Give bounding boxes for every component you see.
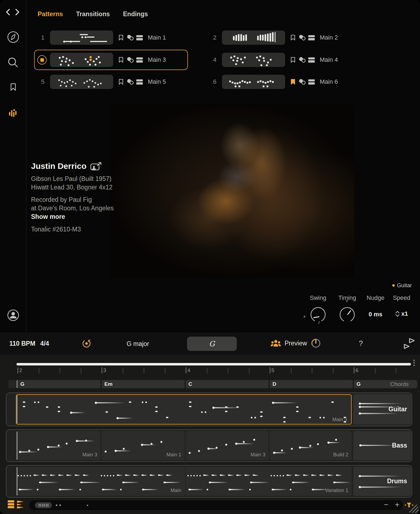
pattern-label[interactable]: Main 1 [148, 34, 166, 41]
tab-patterns[interactable]: Patterns [38, 10, 63, 18]
variants-icon[interactable] [127, 35, 134, 41]
chord-region[interactable]: G [18, 380, 101, 388]
variants-icon[interactable] [127, 57, 134, 63]
patterns-waveform-icon[interactable] [9, 108, 18, 119]
pattern-thumbnail[interactable] [222, 30, 285, 45]
pattern-thumbnail[interactable] [50, 75, 113, 89]
pattern-number: 2 [208, 34, 216, 41]
bookmark-filled-icon[interactable] [291, 79, 295, 85]
preview-label: Preview [285, 340, 307, 347]
playhead [17, 432, 17, 460]
pattern-number: 5 [36, 78, 44, 85]
back-icon[interactable] [5, 8, 12, 16]
kit-icon[interactable] [136, 57, 143, 63]
artist-gear-line1: Gibson Les Paul (Built 1957) [31, 175, 112, 183]
speed-stepper-icon [395, 311, 400, 317]
grip-dot-icon[interactable] [413, 365, 415, 366]
resize-grip-icon[interactable] [409, 504, 419, 513]
lane-arrows-icon[interactable] [17, 500, 24, 509]
kit-icon[interactable] [308, 57, 315, 63]
pattern-thumbnail[interactable] [50, 53, 113, 67]
kit-icon[interactable] [308, 79, 315, 85]
variants-icon[interactable] [299, 57, 306, 63]
bookmark-icon[interactable] [119, 57, 123, 63]
track-name-guitar: Guitar [354, 406, 407, 413]
bpm-display[interactable]: 110 BPM [9, 340, 35, 347]
variants-icon[interactable] [299, 79, 306, 85]
help-button[interactable]: ? [359, 339, 363, 348]
forward-icon[interactable] [14, 8, 20, 16]
kit-icon[interactable] [136, 35, 143, 40]
people-icon [270, 339, 281, 348]
tab-transitions[interactable]: Transitions [76, 10, 110, 18]
app-window: Patterns Transitions Endings 1 Main 1 2 … [0, 0, 420, 514]
bookmark-icon[interactable] [291, 57, 295, 63]
pattern-label[interactable]: Main 2 [320, 34, 338, 41]
plugin-window-icon[interactable] [403, 337, 416, 350]
minimap-viewport-marks [39, 504, 49, 507]
pattern-label[interactable]: Main 3 [148, 56, 166, 63]
grip-dot-icon[interactable] [413, 362, 415, 364]
minimap-dot [59, 504, 61, 506]
pattern-stop-button[interactable] [37, 55, 47, 65]
pattern-label[interactable]: Main 6 [320, 78, 338, 85]
swing-marker-icon [304, 315, 306, 318]
speed-control[interactable]: x1 [385, 310, 418, 317]
speed-value: x1 [401, 310, 408, 317]
pattern-thumbnail[interactable] [50, 30, 113, 45]
playhead [17, 467, 17, 495]
chord-region[interactable]: Em [102, 380, 185, 388]
key-display[interactable]: G major [127, 340, 149, 348]
bar-number: 5 [271, 367, 274, 373]
search-icon[interactable] [7, 57, 19, 69]
bookmarks-icon[interactable] [10, 83, 16, 91]
speed-label: Speed [385, 294, 418, 301]
bookmark-icon[interactable] [119, 79, 123, 85]
tab-endings[interactable]: Endings [123, 10, 148, 18]
pattern-number: 1 [36, 34, 44, 41]
chords-track-label: Chords [379, 381, 409, 387]
minimap-dot [56, 504, 57, 506]
artist-link-icon[interactable] [90, 162, 102, 171]
lane-list-icon[interactable] [8, 500, 15, 509]
bar-number: 3 [103, 367, 106, 373]
browse-compass-icon[interactable] [7, 31, 20, 43]
region-label: Main 1 [153, 452, 181, 458]
bookmark-icon[interactable] [119, 35, 123, 41]
artist-gear-line2: Hiwatt Lead 30, Bogner 4x12 [31, 183, 113, 192]
kit-icon[interactable] [136, 79, 143, 85]
pattern-label[interactable]: Main 4 [320, 56, 338, 63]
account-icon[interactable] [7, 309, 20, 322]
legend-dot-icon [392, 284, 395, 287]
guitar-region[interactable] [16, 394, 352, 424]
chord-button[interactable]: G [187, 337, 237, 351]
variants-icon[interactable] [127, 79, 134, 85]
track-name-drums: Drums [354, 477, 407, 485]
chord-region[interactable]: C [186, 380, 269, 388]
zoom-in-button[interactable]: + [395, 501, 399, 509]
timeline-zoom-strip[interactable] [16, 363, 411, 365]
timeline-minimap[interactable] [29, 500, 403, 510]
pattern-thumbnail[interactable] [222, 75, 285, 89]
grip-dot-icon[interactable] [413, 360, 415, 361]
cycle-icon[interactable] [81, 338, 92, 349]
variants-icon[interactable] [299, 35, 306, 41]
track-legend: Guitar [392, 282, 412, 289]
timing-marker-icon [346, 300, 348, 302]
pattern-number: 4 [208, 56, 216, 63]
zoom-out-button[interactable]: − [384, 501, 388, 509]
preview-button[interactable]: Preview [270, 338, 321, 349]
kit-icon[interactable] [308, 35, 315, 40]
time-signature[interactable]: 4/4 [40, 340, 49, 347]
show-more-link[interactable]: Show more [31, 213, 65, 221]
chord-region-stub [8, 380, 16, 388]
bar-number: 4 [187, 367, 190, 373]
pattern-thumbnail[interactable] [222, 53, 285, 67]
chord-region[interactable]: D [270, 380, 353, 388]
pattern-label[interactable]: Main 5 [148, 78, 166, 85]
timing-knob[interactable] [337, 304, 358, 325]
swing-note-icon: ♪ [318, 319, 320, 325]
bookmark-icon[interactable] [291, 35, 295, 41]
guitar-region-notes [18, 396, 350, 423]
region-label: Main 3 [237, 452, 265, 458]
